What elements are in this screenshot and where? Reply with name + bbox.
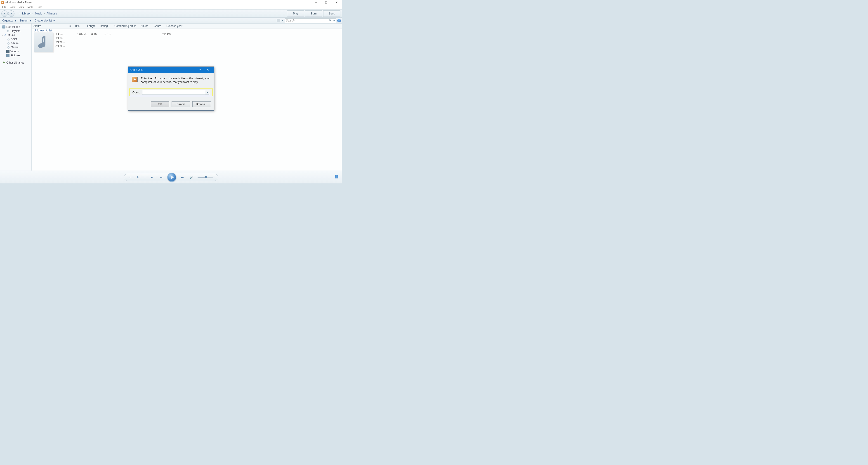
previous-button[interactable]: ⏮ <box>158 175 164 179</box>
player-controls: ⇄ ↻ ■ ⏮ ⏭ 🔊 <box>124 174 218 181</box>
ok-button[interactable]: OK <box>151 101 169 107</box>
column-header[interactable]: Album # Title Length Rating Contributing… <box>32 24 342 29</box>
chevron-down-icon[interactable]: ⌄ <box>1 33 4 37</box>
search-input[interactable] <box>285 18 336 23</box>
tree-videos[interactable]: Videos <box>0 49 31 53</box>
app-icon <box>1 1 4 4</box>
switch-to-now-playing-button[interactable] <box>335 175 339 179</box>
track-rating[interactable]: ☆☆☆ <box>104 33 118 52</box>
create-playlist-button[interactable]: Create playlist▼ <box>33 19 57 23</box>
minimize-button[interactable] <box>311 0 321 5</box>
chevron-right-icon: › <box>18 12 22 15</box>
search-field[interactable] <box>285 19 328 22</box>
volume-slider[interactable] <box>197 177 213 178</box>
dialog-buttons: OK Cancel Browse... <box>128 97 214 110</box>
genre-icon: ◌ <box>7 46 10 49</box>
col-rating[interactable]: Rating <box>98 24 113 28</box>
tree-playlists[interactable]: ▦Playlists <box>0 29 31 33</box>
breadcrumb-library[interactable]: Library <box>22 11 31 16</box>
artist-icon: ◌ <box>7 37 10 41</box>
shuffle-button[interactable]: ⇄ <box>129 175 132 179</box>
svg-rect-7 <box>337 175 338 177</box>
tree-pictures[interactable]: Pictures <box>0 53 31 57</box>
tree-music[interactable]: ⌄♫Music <box>0 33 31 37</box>
wmp-icon <box>132 77 138 82</box>
cancel-button[interactable]: Cancel <box>172 101 190 107</box>
col-contrib[interactable]: Contributing artist <box>113 24 139 28</box>
breadcrumb-music[interactable]: Music <box>35 11 42 16</box>
divider <box>145 175 145 179</box>
dialog-titlebar[interactable]: Open URL ? ✕ <box>128 67 214 73</box>
tree-user[interactable]: Lisa Mildon <box>0 25 31 29</box>
tab-play[interactable]: Play <box>287 10 304 17</box>
chevron-down-icon[interactable] <box>205 90 209 94</box>
help-button[interactable]: ? <box>337 19 341 22</box>
app-title: Windows Media Player <box>5 1 32 4</box>
svg-point-4 <box>329 20 331 21</box>
tab-sync[interactable]: Sync <box>323 10 340 17</box>
tree-artist[interactable]: ◌Artist <box>0 37 31 41</box>
maximize-button[interactable] <box>321 0 331 5</box>
chevron-right-icon: › <box>31 12 35 15</box>
col-num[interactable]: # <box>66 24 73 28</box>
menu-help[interactable]: Help <box>35 5 43 9</box>
chevron-down-icon[interactable] <box>333 20 335 21</box>
stream-button[interactable]: Stream▼ <box>18 19 33 23</box>
col-genre[interactable]: Genre <box>152 24 164 28</box>
navigation-tree: Lisa Mildon ▦Playlists ⌄♫Music ◌Artist ◌… <box>0 24 32 171</box>
album-row[interactable]: Unkno... Unkno... Unkno... Unkno... 12th… <box>34 33 340 52</box>
tab-burn[interactable]: Burn <box>305 10 322 17</box>
tree-other-libraries[interactable]: ⚑Other Libraries <box>0 61 31 65</box>
nav-back-button[interactable] <box>1 10 8 17</box>
menu-play[interactable]: Play <box>17 5 25 9</box>
play-button[interactable] <box>167 173 176 182</box>
breadcrumb-all-music[interactable]: All music <box>46 11 58 16</box>
volume-thumb[interactable] <box>205 176 207 178</box>
next-button[interactable]: ⏭ <box>179 175 186 179</box>
organize-button[interactable]: Organize▼ <box>1 19 18 23</box>
album-art[interactable] <box>34 33 53 52</box>
svg-line-5 <box>331 21 331 21</box>
dialog-help-button[interactable]: ? <box>196 67 204 73</box>
dialog-description: Enter the URL or path to a media file on… <box>141 77 210 84</box>
col-year[interactable]: Release year <box>164 24 185 28</box>
mute-button[interactable]: 🔊 <box>190 175 193 179</box>
menu-view[interactable]: View <box>8 5 17 9</box>
stop-button[interactable]: ■ <box>150 175 154 179</box>
open-url-input[interactable] <box>142 90 209 95</box>
col-length[interactable]: Length <box>86 24 98 28</box>
music-note-icon <box>37 35 50 50</box>
player-bar: ⇄ ↻ ■ ⏮ ⏭ 🔊 <box>0 171 342 183</box>
col-album[interactable]: Album <box>32 24 66 28</box>
svg-rect-9 <box>337 177 338 178</box>
album-meta: Unkno... Unkno... Unkno... Unkno... <box>55 33 75 52</box>
tree-album[interactable]: ◌Album <box>0 41 31 45</box>
nav-forward-button[interactable] <box>8 10 14 17</box>
col-album2[interactable]: Album <box>139 24 152 28</box>
titlebar: Windows Media Player <box>0 0 342 5</box>
chevron-down-icon[interactable] <box>282 20 283 21</box>
breadcrumb: › Library › Music › All music <box>18 11 58 16</box>
chevron-right-icon: › <box>42 12 46 15</box>
col-title[interactable]: Title <box>73 24 86 28</box>
libraries-icon: ⚑ <box>2 61 5 64</box>
search-icon[interactable] <box>328 19 333 22</box>
playlist-icon: ▦ <box>6 29 9 33</box>
tree-genre[interactable]: ◌Genre <box>0 45 31 49</box>
menu-tools[interactable]: Tools <box>26 5 35 9</box>
view-options-button[interactable] <box>277 19 280 22</box>
dialog-close-button[interactable]: ✕ <box>204 67 211 73</box>
toolbar: Organize▼ Stream▼ Create playlist▼ ? <box>0 18 342 24</box>
menu-file[interactable]: File <box>1 5 8 9</box>
close-button[interactable] <box>331 0 342 5</box>
artist-heading[interactable]: Unknown Artist <box>34 29 340 32</box>
music-icon: ♫ <box>4 33 7 37</box>
repeat-button[interactable]: ↻ <box>136 175 140 179</box>
album-icon: ◌ <box>7 41 10 45</box>
open-url-dialog: Open URL ? ✕ Enter the URL or path to a … <box>128 66 214 111</box>
nav-bar: › Library › Music › All music Play Burn … <box>0 9 342 18</box>
open-url-field[interactable] <box>143 90 205 94</box>
browse-button[interactable]: Browse... <box>192 101 211 107</box>
track-title[interactable]: 12th_do... <box>77 33 91 52</box>
track-size: 453 KB <box>162 33 178 52</box>
